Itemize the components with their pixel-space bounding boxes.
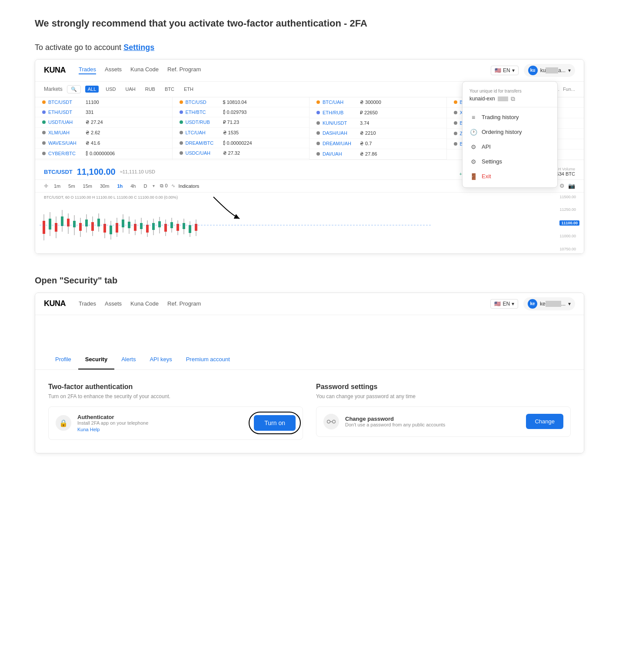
svg-rect-19 (97, 219, 100, 226)
filter-btc[interactable]: BTC (162, 86, 177, 93)
pair-ltc-uah[interactable]: LTC/UAH ₴ 1535 (173, 128, 310, 138)
chevron-down-icon-2: ▾ (512, 301, 514, 307)
dropdown-api[interactable]: ⚙ API (463, 140, 557, 154)
pair-btc-usdt[interactable]: BTC/USDT 11100 (35, 97, 172, 107)
password-links-icon (327, 419, 336, 424)
dropdown-ordering-history[interactable]: 🕐 Ordering history (463, 125, 557, 140)
tab-premium[interactable]: Premium account (179, 350, 237, 369)
section2: Open "Security" tab KUNA Trades Assets K… (35, 276, 584, 453)
password-section: Password settings You can change your pa… (316, 383, 571, 440)
lang-selector-1[interactable]: 🇺🇸 EN ▾ (491, 66, 519, 75)
pair-xlm-uah[interactable]: XLM/UAH ₴ 2.62 (35, 128, 172, 138)
nav-kuna-code-2[interactable]: Kuna Code (130, 300, 159, 307)
nav-assets-2[interactable]: Assets (105, 300, 122, 307)
svg-rect-33 (140, 223, 143, 229)
dot-other-4 (180, 131, 183, 134)
time-1m[interactable]: 1m (52, 183, 63, 190)
dropdown-trading-history[interactable]: ≡ Trading history (463, 110, 557, 125)
pair-dai-uah[interactable]: DAI/UAH ₴ 27.86 (310, 149, 446, 160)
change-password-button[interactable]: Change (526, 414, 563, 429)
time-4h[interactable]: 4h (128, 183, 138, 190)
filter-eth[interactable]: ETH (181, 86, 196, 93)
svg-rect-23 (110, 226, 112, 234)
price-col-3: BTC/UAH ₴ 300000 ETH/RUB ₽ 22650 KUN/USD… (310, 97, 447, 160)
activate-subtitle: To activate go to account Settings (35, 43, 584, 52)
nav-ref-program-2[interactable]: Ref. Program (167, 300, 201, 307)
time-1h[interactable]: 1h (115, 183, 125, 190)
pair-btc-usd[interactable]: BTC/USD $ 10810.04 (173, 97, 310, 107)
uid-value: kunaid-exn ■■■■ ⧉ (469, 95, 550, 103)
copy-icon[interactable]: ⧉ (511, 95, 515, 103)
camera-icon[interactable]: 📷 (568, 183, 575, 189)
pair-eth-rub[interactable]: ETH/RUB ₽ 22650 (310, 108, 446, 118)
chart-price-usd: ≈11,111.10 USD (120, 169, 155, 174)
tab-api-keys[interactable]: API keys (143, 350, 179, 369)
kuna-navbar-1: KUNA Trades Assets Kuna Code Ref. Progra… (35, 60, 584, 82)
tab-profile[interactable]: Profile (48, 350, 78, 369)
chevron-down-icon-user-2: ▾ (568, 301, 571, 307)
authenticator-card: 🔒 Authenticator Install 2FA app on your … (48, 406, 303, 440)
pair-btc-uah[interactable]: BTC/UAH ₴ 300000 (310, 97, 446, 108)
nav-trades-1[interactable]: Trades (79, 66, 96, 74)
pair-usdt-uah[interactable]: USDT/UAH ₴ 27.24 (35, 117, 172, 128)
pair-dash-uah[interactable]: DASH/UAH ₴ 2210 (310, 128, 446, 139)
time-d[interactable]: D (141, 183, 149, 190)
dropdown-settings[interactable]: ⚙ Settings (463, 154, 557, 169)
time-dropdown[interactable]: ▾ (153, 183, 155, 188)
svg-rect-13 (79, 223, 82, 231)
dot-usdt-2 (180, 120, 183, 124)
user-badge-1[interactable]: ku ku■■■■a... ▾ (524, 64, 575, 77)
svg-rect-25 (116, 223, 118, 233)
candle-icon[interactable]: ⧉ 0 (160, 183, 167, 189)
svg-rect-47 (183, 223, 185, 229)
markets-search[interactable]: 🔍 (67, 85, 81, 93)
time-15m[interactable]: 15m (81, 183, 94, 190)
filter-all[interactable]: ALL (85, 86, 99, 93)
chevron-down-icon-1: ▾ (512, 67, 515, 73)
pair-dream-btc[interactable]: DREAM/BTC ₿ 0.00000224 (173, 138, 310, 148)
tab-security[interactable]: Security (78, 350, 114, 369)
time-5m[interactable]: 5m (66, 183, 77, 190)
svg-rect-7 (61, 216, 63, 226)
nav-kuna-code-1[interactable]: Kuna Code (130, 66, 159, 74)
user-badge-2[interactable]: ke ke■■■■■... ▾ (523, 297, 575, 310)
dropdown-exit[interactable]: 🚪 Exit (463, 169, 557, 184)
kuna-logo-1: KUNA (44, 66, 66, 75)
dot-other-8 (316, 131, 320, 135)
nav-assets-1[interactable]: Assets (105, 66, 122, 74)
password-title: Password settings (316, 383, 571, 391)
pair-usdc-uah[interactable]: USDC/UAH ₴ 27.32 (173, 148, 310, 159)
nav-links-2: Trades Assets Kuna Code Ref. Program (79, 300, 201, 307)
pair-usdt-rub[interactable]: USDT/RUB ₽ 71.23 (173, 117, 310, 128)
kuna-logo-2: KUNA (44, 299, 66, 308)
wave-icon: ∿ (171, 183, 175, 189)
lang-selector-2[interactable]: 🇺🇸 EN ▾ (490, 299, 518, 309)
kuna-navbar-2: KUNA Trades Assets Kuna Code Ref. Progra… (35, 293, 584, 315)
dot-eth-3 (316, 111, 320, 114)
nav-trades-2[interactable]: Trades (79, 300, 96, 307)
turn-on-button[interactable]: Turn on (254, 415, 296, 431)
svg-rect-11 (73, 221, 76, 227)
filter-uah[interactable]: UAH (123, 86, 138, 93)
pair-dream-uah[interactable]: DREAM/UAH ₴ 0.7 (310, 139, 446, 149)
pair-eth-btc[interactable]: ETH/BTC ₿ 0.029793 (173, 107, 310, 117)
pair-waves-uah[interactable]: WAVES/UAH ₴ 41.6 (35, 138, 172, 149)
settings-link[interactable]: Settings (123, 43, 154, 52)
indicators-btn[interactable]: Indicators (179, 183, 200, 189)
password-subtitle: You can change your password at any time (316, 393, 571, 399)
pair-kun-usdt[interactable]: KUN/USDT 3.74 (310, 118, 446, 128)
filter-usd[interactable]: USD (103, 86, 118, 93)
dot-other-14 (454, 142, 457, 146)
kuna-help-link[interactable]: Kuna Help (77, 427, 100, 432)
time-30m[interactable]: 30m (98, 183, 111, 190)
nav-ref-program-1[interactable]: Ref. Program (167, 66, 201, 74)
tab-alerts[interactable]: Alerts (114, 350, 143, 369)
price-col-2: BTC/USD $ 10810.04 ETH/BTC ₿ 0.029793 US… (173, 97, 310, 160)
avatar-2: ke (528, 299, 537, 309)
svg-rect-31 (134, 224, 136, 231)
pair-eth-usdt[interactable]: ETH/USDT 331 (35, 107, 172, 117)
pair-cyber-btc[interactable]: CYBER/BTC ₿ 0.00000006 (35, 149, 172, 159)
auth-info: Authenticator Install 2FA app on your te… (77, 414, 248, 432)
filter-rub[interactable]: RUB (143, 86, 158, 93)
chart-gear-icon[interactable]: ⚙ (559, 183, 565, 189)
